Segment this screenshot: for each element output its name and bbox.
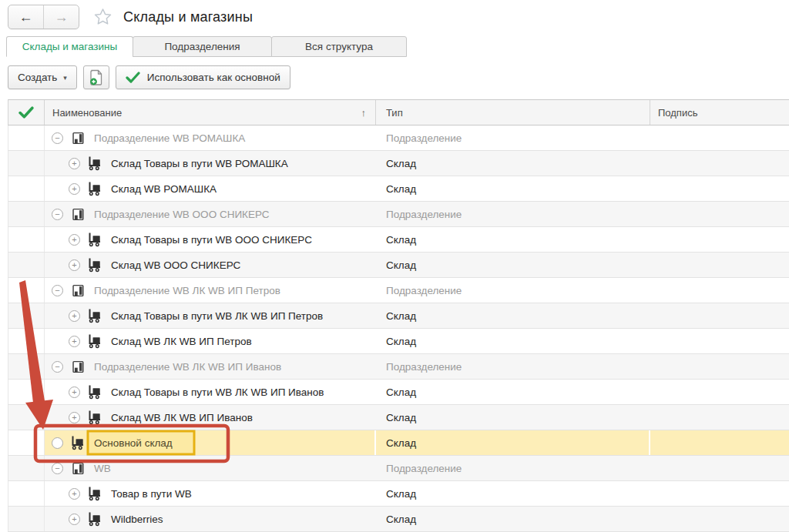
row-type-cell[interactable]: Подразделение xyxy=(376,278,650,303)
row-check-cell[interactable] xyxy=(8,151,45,176)
row-type-cell[interactable]: Подразделение xyxy=(376,456,650,480)
row-check-cell[interactable] xyxy=(8,507,45,531)
row-caption-cell[interactable] xyxy=(650,176,789,201)
row-caption-cell[interactable] xyxy=(650,303,789,328)
row-caption-cell[interactable] xyxy=(650,151,789,176)
tab-podrazdeleniya[interactable]: Подразделения xyxy=(133,36,272,57)
header-name-column[interactable]: Наименование ↑ xyxy=(45,100,376,125)
row-type-cell[interactable]: Склад xyxy=(376,253,650,277)
row-type-cell[interactable]: Подразделение xyxy=(376,354,650,379)
row-name-cell[interactable]: + Склад WB ООО СНИКЕРС xyxy=(45,253,376,277)
table-row[interactable]: + Товар в пути WB Склад xyxy=(8,481,789,507)
row-check-cell[interactable] xyxy=(8,329,45,353)
tab-vsya-struktura[interactable]: Вся структура xyxy=(271,36,407,57)
row-caption-cell[interactable] xyxy=(650,227,789,252)
row-caption-cell[interactable] xyxy=(650,481,789,506)
row-name-cell[interactable]: + Склад WB ЛК WB ИП Петров xyxy=(45,329,376,353)
row-caption-cell[interactable] xyxy=(650,507,789,531)
row-caption-cell[interactable] xyxy=(650,278,789,303)
tree-expander-minus-icon[interactable]: − xyxy=(52,463,63,474)
row-name-cell[interactable]: + Склад Товары в пути WB ЛК WB ИП Иванов xyxy=(45,380,376,404)
table-row[interactable]: − WB Подразделение xyxy=(8,456,789,481)
tab-sklady-i-magaziny[interactable]: Склады и магазины xyxy=(6,36,133,57)
tree-expander-plus-icon[interactable]: + xyxy=(69,412,80,423)
tree-expander-plus-icon[interactable]: + xyxy=(69,310,80,322)
row-name-cell[interactable]: + Товар в пути WB xyxy=(45,481,376,506)
row-type-cell[interactable]: Склад xyxy=(376,405,650,430)
header-check-column[interactable] xyxy=(8,100,45,125)
row-type-cell[interactable]: Склад xyxy=(376,481,650,506)
row-name-cell[interactable]: + Склад WB РОМАШКА xyxy=(45,176,376,201)
row-caption-cell[interactable] xyxy=(650,430,789,455)
row-type-cell[interactable]: Подразделение xyxy=(376,125,650,150)
row-name-cell[interactable]: Основной склад xyxy=(45,430,376,455)
row-caption-cell[interactable] xyxy=(650,354,789,379)
use-as-main-button[interactable]: Использовать как основной xyxy=(116,65,290,89)
table-row[interactable]: + Склад WB РОМАШКА Склад xyxy=(8,176,789,202)
tree-expander-circle-icon[interactable] xyxy=(52,437,63,449)
tree-expander-plus-icon[interactable]: + xyxy=(69,386,80,398)
tree-expander-plus-icon[interactable]: + xyxy=(69,183,80,195)
row-caption-cell[interactable] xyxy=(650,405,789,430)
row-type-cell[interactable]: Склад xyxy=(376,430,650,455)
row-check-cell[interactable] xyxy=(8,202,45,226)
create-new-group-button[interactable] xyxy=(83,65,109,89)
favorite-star-button[interactable] xyxy=(92,7,113,27)
row-caption-cell[interactable] xyxy=(650,253,789,277)
table-row[interactable]: + Склад Товары в пути WB ООО СНИКЕРС Скл… xyxy=(8,227,789,253)
row-name-cell[interactable]: − Подразделение WB РОМАШКА xyxy=(45,125,376,150)
forward-button[interactable]: → xyxy=(44,5,79,28)
table-row[interactable]: + Склад Товары в пути WB ЛК WB ИП Петров… xyxy=(8,303,789,329)
row-check-cell[interactable] xyxy=(8,303,45,328)
row-check-cell[interactable] xyxy=(8,253,45,277)
tree-expander-minus-icon[interactable]: − xyxy=(52,209,63,220)
table-row[interactable]: + Склад WB ЛК WB ИП Петров Склад xyxy=(8,329,789,354)
row-check-cell[interactable] xyxy=(8,354,45,379)
table-row[interactable]: − Подразделение WB ЛК WB ИП Иванов Подра… xyxy=(8,354,789,380)
tree-expander-minus-icon[interactable]: − xyxy=(52,285,63,296)
table-row[interactable]: − Подразделение WB РОМАШКА Подразделение xyxy=(8,125,789,151)
row-check-cell[interactable] xyxy=(8,125,45,150)
tree-expander-plus-icon[interactable]: + xyxy=(69,336,80,347)
row-name-cell[interactable]: + Склад WB ЛК WB ИП Иванов xyxy=(45,405,376,430)
table-row[interactable]: + Склад WB ЛК WB ИП Иванов Склад xyxy=(8,405,789,430)
tree-expander-plus-icon[interactable]: + xyxy=(69,259,80,271)
row-caption-cell[interactable] xyxy=(650,456,789,480)
row-name-cell[interactable]: − WB xyxy=(45,456,376,480)
row-type-cell[interactable]: Склад xyxy=(376,227,650,252)
row-name-cell[interactable]: − Подразделение WB ООО СНИКЕРС xyxy=(45,202,376,226)
row-name-cell[interactable]: + Склад Товары в пути WB ООО СНИКЕРС xyxy=(45,227,376,252)
table-row[interactable]: + Склад Товары в пути WB РОМАШКА Склад xyxy=(8,151,789,176)
row-type-cell[interactable]: Склад xyxy=(376,507,650,531)
tree-expander-minus-icon[interactable]: − xyxy=(52,361,63,373)
row-check-cell[interactable] xyxy=(8,227,45,252)
row-check-cell[interactable] xyxy=(8,278,45,303)
tree-expander-plus-icon[interactable]: + xyxy=(69,488,80,500)
tree-expander-plus-icon[interactable]: + xyxy=(69,158,80,169)
tree-expander-plus-icon[interactable]: + xyxy=(69,234,80,246)
row-check-cell[interactable] xyxy=(8,176,45,201)
row-name-cell[interactable]: + Склад Товары в пути WB ЛК WB ИП Петров xyxy=(45,303,376,328)
row-type-cell[interactable]: Склад xyxy=(376,151,650,176)
row-caption-cell[interactable] xyxy=(650,380,789,404)
row-type-cell[interactable]: Склад xyxy=(376,303,650,328)
tree-expander-plus-icon[interactable]: + xyxy=(69,514,80,525)
table-row[interactable]: + Склад Товары в пути WB ЛК WB ИП Иванов… xyxy=(8,380,789,405)
table-row[interactable]: Основной склад Склад xyxy=(8,430,789,456)
row-caption-cell[interactable] xyxy=(650,125,789,150)
row-type-cell[interactable]: Склад xyxy=(376,329,650,353)
row-check-cell[interactable] xyxy=(8,481,45,506)
row-check-cell[interactable] xyxy=(8,405,45,430)
row-check-cell[interactable] xyxy=(8,456,45,480)
row-check-cell[interactable] xyxy=(8,430,45,455)
table-row[interactable]: + Wildberries Склад xyxy=(8,507,789,532)
row-name-cell[interactable]: − Подразделение WB ЛК WB ИП Иванов xyxy=(45,354,376,379)
row-type-cell[interactable]: Подразделение xyxy=(376,202,650,226)
row-name-cell[interactable]: + Wildberries xyxy=(45,507,376,531)
row-type-cell[interactable]: Склад xyxy=(376,176,650,201)
row-caption-cell[interactable] xyxy=(650,202,789,226)
header-type-column[interactable]: Тип xyxy=(376,100,650,125)
row-check-cell[interactable] xyxy=(8,380,45,404)
row-type-cell[interactable]: Склад xyxy=(376,380,650,404)
table-row[interactable]: − Подразделение WB ЛК WB ИП Петров Подра… xyxy=(8,278,789,303)
